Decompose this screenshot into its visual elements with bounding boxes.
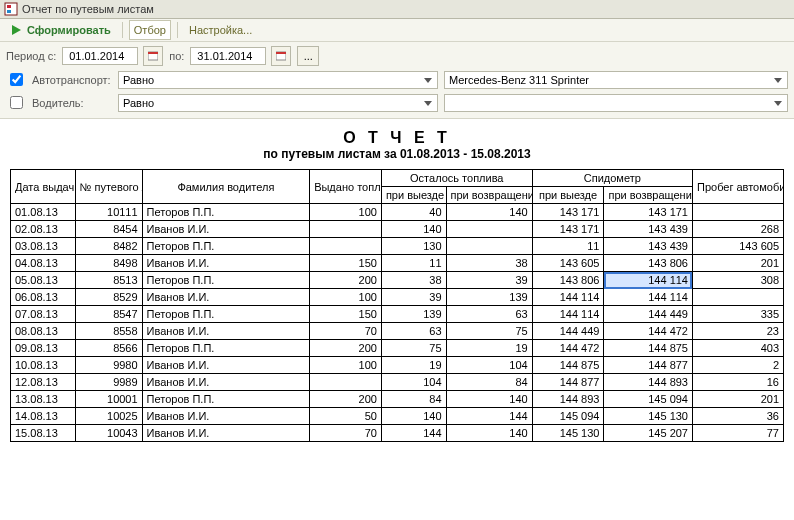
cell-date[interactable]: 15.08.13 [11,425,76,442]
cell-issued[interactable]: 200 [310,340,382,357]
table-row[interactable]: 12.08.139989Иванов И.И.10484144 877144 8… [11,374,784,391]
cell-fuel-in[interactable] [446,238,532,255]
cell-fuel-out[interactable]: 75 [381,340,446,357]
table-row[interactable]: 06.08.138529Иванов И.И.10039139144 11414… [11,289,784,306]
cell-spd-out[interactable]: 143 806 [532,272,604,289]
cell-fuel-in[interactable]: 144 [446,408,532,425]
cell-spd-out[interactable]: 143 605 [532,255,604,272]
cell-spd-out[interactable]: 144 114 [532,289,604,306]
cell-mile[interactable]: 16 [692,374,783,391]
cell-spd-in[interactable]: 144 472 [604,323,693,340]
driver-op-select[interactable]: Равно [118,94,438,112]
cell-spd-in[interactable]: 144 875 [604,340,693,357]
cell-fuel-in[interactable]: 139 [446,289,532,306]
cell-spd-in[interactable]: 145 094 [604,391,693,408]
settings-button[interactable]: Настройка... [184,20,257,40]
cell-mile[interactable]: 23 [692,323,783,340]
cell-date[interactable]: 04.08.13 [11,255,76,272]
cell-spd-in[interactable]: 144 449 [604,306,693,323]
cell-fio[interactable]: Петоров П.П. [142,238,310,255]
cell-fuel-out[interactable]: 11 [381,255,446,272]
cell-date[interactable]: 09.08.13 [11,340,76,357]
cell-num[interactable]: 8482 [75,238,142,255]
cell-fuel-in[interactable]: 38 [446,255,532,272]
cell-date[interactable]: 14.08.13 [11,408,76,425]
vehicle-checkbox[interactable] [10,73,23,86]
cell-spd-out[interactable]: 144 877 [532,374,604,391]
cell-mile[interactable]: 2 [692,357,783,374]
cell-issued[interactable]: 100 [310,204,382,221]
cell-fio[interactable]: Иванов И.И. [142,255,310,272]
cell-date[interactable]: 10.08.13 [11,357,76,374]
cell-fuel-in[interactable]: 75 [446,323,532,340]
cell-num[interactable]: 10043 [75,425,142,442]
cell-spd-out[interactable]: 145 094 [532,408,604,425]
cell-fio[interactable]: Иванов И.И. [142,408,310,425]
cell-date[interactable]: 05.08.13 [11,272,76,289]
calendar-icon[interactable] [143,46,163,66]
cell-spd-out[interactable]: 144 472 [532,340,604,357]
cell-issued[interactable]: 150 [310,255,382,272]
cell-issued[interactable]: 70 [310,323,382,340]
cell-mile[interactable]: 143 605 [692,238,783,255]
cell-fio[interactable]: Петоров П.П. [142,391,310,408]
cell-fuel-out[interactable]: 38 [381,272,446,289]
cell-num[interactable]: 8513 [75,272,142,289]
cell-num[interactable]: 10111 [75,204,142,221]
table-row[interactable]: 03.08.138482Петоров П.П.13011143 439143 … [11,238,784,255]
cell-fuel-out[interactable]: 84 [381,391,446,408]
cell-fuel-in[interactable] [446,221,532,238]
cell-mile[interactable]: 268 [692,221,783,238]
cell-spd-out[interactable]: 144 875 [532,357,604,374]
cell-fuel-out[interactable]: 104 [381,374,446,391]
table-row[interactable]: 14.08.1310025Иванов И.И.50140144145 0941… [11,408,784,425]
cell-fuel-out[interactable]: 19 [381,357,446,374]
cell-date[interactable]: 06.08.13 [11,289,76,306]
table-row[interactable]: 01.08.1310111Петоров П.П.10040140143 171… [11,204,784,221]
cell-num[interactable]: 8454 [75,221,142,238]
calendar-icon[interactable] [271,46,291,66]
cell-issued[interactable] [310,238,382,255]
driver-value-select[interactable] [444,94,788,112]
cell-mile[interactable]: 77 [692,425,783,442]
cell-fio[interactable]: Петоров П.П. [142,272,310,289]
period-to-value[interactable] [195,49,261,63]
cell-fuel-out[interactable]: 144 [381,425,446,442]
cell-num[interactable]: 8529 [75,289,142,306]
cell-date[interactable]: 07.08.13 [11,306,76,323]
table-row[interactable]: 07.08.138547Петоров П.П.15013963144 1141… [11,306,784,323]
cell-fuel-in[interactable]: 140 [446,425,532,442]
cell-spd-in[interactable]: 144 114 [604,289,693,306]
cell-issued[interactable]: 200 [310,272,382,289]
cell-fuel-in[interactable]: 84 [446,374,532,391]
cell-spd-in[interactable]: 143 806 [604,255,693,272]
cell-fuel-out[interactable]: 39 [381,289,446,306]
cell-spd-in[interactable]: 143 439 [604,238,693,255]
cell-fuel-in[interactable]: 39 [446,272,532,289]
driver-checkbox[interactable] [10,96,23,109]
table-row[interactable]: 15.08.1310043Иванов И.И.70144140145 1301… [11,425,784,442]
cell-fuel-in[interactable]: 63 [446,306,532,323]
cell-mile[interactable]: 201 [692,255,783,272]
cell-date[interactable]: 12.08.13 [11,374,76,391]
cell-issued[interactable]: 100 [310,357,382,374]
cell-mile[interactable] [692,289,783,306]
table-row[interactable]: 10.08.139980Иванов И.И.10019104144 87514… [11,357,784,374]
cell-spd-out[interactable]: 143 171 [532,204,604,221]
filter-button[interactable]: Отбор [129,20,171,40]
period-picker-button[interactable]: ... [297,46,319,66]
cell-issued[interactable]: 70 [310,425,382,442]
cell-mile[interactable]: 308 [692,272,783,289]
cell-spd-in[interactable]: 145 207 [604,425,693,442]
cell-fuel-out[interactable]: 140 [381,408,446,425]
cell-fio[interactable]: Иванов И.И. [142,323,310,340]
cell-spd-in[interactable]: 144 877 [604,357,693,374]
cell-fuel-in[interactable]: 140 [446,204,532,221]
cell-issued[interactable]: 200 [310,391,382,408]
cell-date[interactable]: 13.08.13 [11,391,76,408]
cell-fuel-in[interactable]: 140 [446,391,532,408]
table-row[interactable]: 13.08.1310001Петоров П.П.20084140144 893… [11,391,784,408]
cell-fuel-out[interactable]: 63 [381,323,446,340]
cell-mile[interactable]: 36 [692,408,783,425]
cell-mile[interactable]: 403 [692,340,783,357]
